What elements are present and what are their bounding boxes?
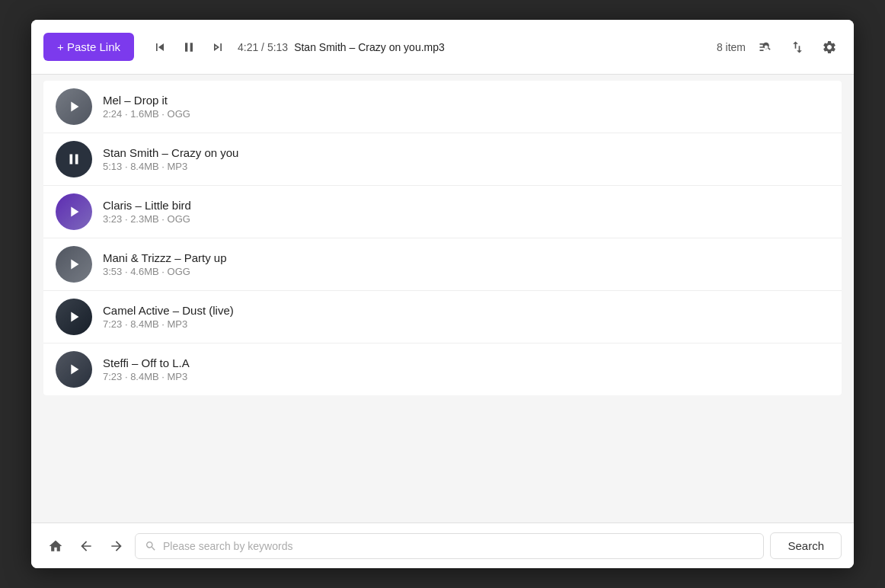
play-overlay [56, 299, 92, 335]
settings-button[interactable] [817, 37, 842, 58]
paste-link-button[interactable]: + Paste Link [43, 33, 134, 61]
track-info: 4:21 / 5:13 Stan Smith – Crazy on you.mp… [238, 41, 708, 53]
album-art-mel [56, 88, 92, 125]
playlist-item-mel[interactable]: Mel – Drop it2:24 · 1.6MB · OGG [43, 81, 842, 133]
track-title-mel: Mel – Drop it [103, 94, 829, 107]
back-icon [78, 538, 94, 554]
play-overlay [56, 351, 92, 388]
track-meta-mel: 2:24 · 1.6MB · OGG [103, 108, 829, 120]
album-art-camel [56, 299, 92, 335]
forward-icon [109, 538, 124, 554]
search-bar: Search [31, 522, 854, 568]
prev-icon [152, 40, 168, 55]
playlist-item-steffi[interactable]: Steffi – Off to L.A7:23 · 8.4MB · MP3 [43, 344, 842, 395]
track-meta-claris: 3:23 · 2.3MB · OGG [103, 213, 829, 225]
pause-icon [65, 151, 82, 168]
transport-controls [149, 37, 228, 58]
settings-icon [822, 40, 837, 55]
forward-button[interactable] [104, 534, 129, 558]
track-title-steffi: Steffi – Off to L.A [103, 356, 829, 369]
search-input-wrapper [135, 533, 764, 559]
back-button[interactable] [74, 534, 98, 558]
playlist-container: Mel – Drop it2:24 · 1.6MB · OGGStan Smit… [31, 75, 854, 522]
track-title-camel: Camel Active – Dust (live) [103, 304, 829, 317]
sort-button[interactable] [785, 37, 810, 58]
track-details-steffi: Steffi – Off to L.A7:23 · 8.4MB · MP3 [103, 356, 829, 382]
app-window: + Paste Link 4:21 / 5:13 Stan Smith – C [31, 20, 854, 568]
pause-icon [181, 40, 196, 55]
album-art-mani [56, 246, 92, 283]
search-button[interactable]: Search [770, 532, 842, 559]
current-track-name: Stan Smith – Crazy on you.mp3 [294, 41, 445, 53]
track-details-stan: Stan Smith – Crazy on you5:13 · 8.4MB · … [103, 146, 829, 172]
toolbar-right: 8 item [717, 37, 842, 58]
prev-button[interactable] [149, 37, 171, 58]
track-meta-steffi: 7:23 · 8.4MB · MP3 [103, 371, 829, 382]
next-button[interactable] [207, 37, 228, 58]
playlist-item-stan[interactable]: Stan Smith – Crazy on you5:13 · 8.4MB · … [43, 133, 842, 186]
track-details-mel: Mel – Drop it2:24 · 1.6MB · OGG [103, 94, 829, 120]
sort-icon [790, 40, 805, 55]
play-icon [65, 256, 82, 273]
home-icon [48, 538, 63, 554]
track-details-camel: Camel Active – Dust (live)7:23 · 8.4MB ·… [103, 304, 829, 330]
home-button[interactable] [43, 534, 68, 558]
track-meta-camel: 7:23 · 8.4MB · MP3 [103, 318, 829, 330]
play-overlay [56, 193, 92, 230]
pause-overlay [56, 141, 92, 177]
paste-link-label: + Paste Link [57, 40, 120, 53]
playlist-item-camel[interactable]: Camel Active – Dust (live)7:23 · 8.4MB ·… [43, 291, 842, 344]
album-art-claris [56, 193, 92, 230]
track-meta-stan: 5:13 · 8.4MB · MP3 [103, 161, 829, 172]
playlist-list: Mel – Drop it2:24 · 1.6MB · OGGStan Smit… [43, 81, 842, 395]
track-title-stan: Stan Smith – Crazy on you [103, 146, 829, 159]
play-overlay [56, 88, 92, 125]
search-input[interactable] [163, 540, 754, 552]
toolbar: + Paste Link 4:21 / 5:13 Stan Smith – C [31, 20, 854, 75]
album-art-steffi [56, 351, 92, 388]
item-count: 8 item [717, 41, 746, 53]
play-overlay [56, 246, 92, 283]
track-details-mani: Mani & Trizzz – Party up3:53 · 4.6MB · O… [103, 251, 829, 277]
search-icon [145, 540, 157, 552]
track-meta-mani: 3:53 · 4.6MB · OGG [103, 266, 829, 277]
play-icon [65, 98, 82, 115]
album-art-stan [56, 141, 92, 177]
play-icon [65, 203, 82, 220]
time-display: 4:21 / 5:13 [238, 41, 288, 53]
playlist-item-claris[interactable]: Claris – Little bird3:23 · 2.3MB · OGG [43, 186, 842, 238]
next-icon [210, 40, 225, 55]
search-list-button[interactable] [753, 37, 778, 58]
playlist-item-mani[interactable]: Mani & Trizzz – Party up3:53 · 4.6MB · O… [43, 238, 842, 291]
track-details-claris: Claris – Little bird3:23 · 2.3MB · OGG [103, 199, 829, 225]
pause-button[interactable] [178, 37, 200, 58]
search-button-label: Search [788, 539, 824, 552]
play-icon [65, 308, 82, 325]
search-list-icon [758, 40, 773, 55]
play-icon [65, 361, 82, 378]
track-title-claris: Claris – Little bird [103, 199, 829, 212]
track-title-mani: Mani & Trizzz – Party up [103, 251, 829, 264]
